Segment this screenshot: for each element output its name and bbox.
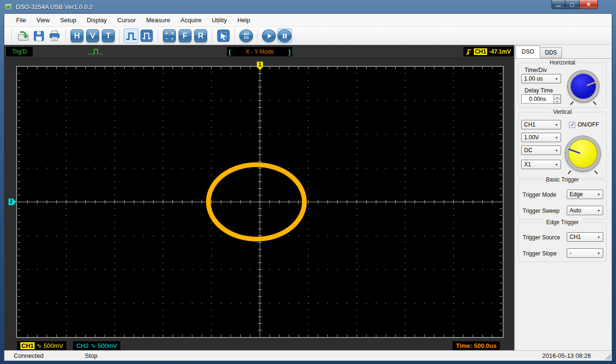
time-per-div-label: Time: 500.0us [453,341,500,350]
step-up-icon: ▲ [554,95,561,99]
title-bar[interactable]: DSO-3254A USB Ver1.0.0.2 — ▢ ✕ [0,0,616,13]
trigger-slope-label: Trigger Slope [523,250,557,257]
ref-button[interactable]: R [193,28,208,43]
scope-area: 1 2 CH1 ∿ 500mV CH2 ∿ 500mV [4,58,514,350]
toolbar-separator [235,29,235,43]
window-title: DSO-3254A USB Ver1.0.0.2 [16,3,93,10]
trigger-mode-select[interactable]: Edge [567,190,603,199]
acquisition-status: Stop [85,352,98,359]
control-panel: DSO DDS Horizontal Time/Div 1.00 us Dela… [514,45,612,350]
folder-open-icon [17,30,29,42]
volt-div-select[interactable]: 1.00V [521,133,561,142]
pause-icon [278,29,291,42]
menu-acquire[interactable]: Acquire [175,15,207,26]
probe-select[interactable]: X1 [521,160,561,169]
toolbar-separator [257,29,258,43]
ch1-scale-label[interactable]: CH1 ∿ 500mV [17,341,66,350]
minimize-button[interactable]: — [552,0,565,9]
pulse-measure-icon [140,29,153,42]
trigger-settings-button[interactable]: T [101,28,116,43]
trigger-level-indicator: CH1 -47.1mV [463,47,513,56]
pulse-waveform-button[interactable] [124,28,138,43]
r-letter-icon: R [194,29,207,42]
pulse-measure-button[interactable] [139,28,154,43]
tab-dso[interactable]: DSO [516,46,540,58]
scope-column: Trig'D [ X - Y Mode ] [4,45,514,350]
app-window: DSO-3254A USB Ver1.0.0.2 — ▢ ✕ File View… [0,0,616,364]
trigger-source-label: Trigger Source [523,234,560,241]
horizontal-knob[interactable] [568,71,599,102]
datetime-label: 2016-05-13 08:26 [542,352,591,359]
menu-view[interactable]: View [31,15,55,26]
onoff-label: ON/OFF [578,121,599,128]
toolbar-separator [11,29,12,43]
close-icon: ✕ [586,1,590,8]
autoset-button[interactable]: AUTO [239,28,254,43]
trigger-source-select[interactable]: CH1 [567,232,603,242]
fft-button[interactable]: F [178,28,192,43]
horizontal-group-title: Horizontal [547,59,578,66]
trigger-sweep-label: Trigger Sweep [523,208,560,214]
resize-grip[interactable] [605,354,611,360]
channel-onoff-checkbox[interactable]: ON/OFF [569,121,599,128]
maximize-button[interactable]: ▢ [565,0,579,9]
v-letter-icon: V [86,29,99,42]
math-button[interactable]: + −× ÷ [162,28,177,43]
app-icon [5,3,12,10]
stepper-arrows[interactable]: ▲▼ [553,95,561,103]
trigger-sweep-select[interactable]: Auto [567,206,603,215]
knob-pointer [587,81,598,86]
menu-file[interactable]: File [11,15,31,26]
open-button[interactable] [16,28,30,43]
horizontal-settings-button[interactable]: H [70,28,84,43]
trigger-status-indicator: Trig'D [6,47,33,56]
timediv-select[interactable]: 1.00 us [521,74,561,83]
vertical-group-title: Vertical [551,109,574,115]
channel-select[interactable]: CH1 [521,120,561,129]
menu-bar: File View Setup Display Cursor Measure A… [4,14,612,27]
math-operators-icon: + −× ÷ [163,29,176,42]
checkbox-check-icon [569,122,575,128]
vertical-settings-button[interactable]: V [85,28,100,43]
panel-content: Horizontal Time/Div 1.00 us Delay Time 0… [515,58,612,350]
scope-grid [17,67,503,337]
save-button[interactable] [31,28,46,43]
print-button[interactable] [47,28,62,43]
play-icon [262,29,276,42]
close-button[interactable]: ✕ [579,0,598,9]
menu-measure[interactable]: Measure [141,15,176,26]
pause-button[interactable] [277,28,292,43]
minimize-icon: — [556,3,561,9]
delay-time-stepper[interactable]: 0.00ns ▲▼ [521,94,561,104]
ch2-scale-value: 500mV [98,342,117,349]
cursor-arrow-icon [217,29,230,42]
maximize-icon: ▢ [570,2,574,7]
menu-utility[interactable]: Utility [207,15,232,26]
run-button[interactable] [262,28,276,43]
edge-trigger-group: Edge Trigger Trigger Source CH1 Trigger … [518,222,607,262]
left-bracket: [ [229,48,231,55]
edge-trigger-title: Edge Trigger [544,219,581,226]
toolbar-separator [119,29,120,43]
menu-cursor[interactable]: Cursor [112,15,141,26]
cursor-measure-button[interactable] [216,28,231,43]
ch2-coupling-symbol: ∿ [91,342,96,349]
menu-setup[interactable]: Setup [55,15,82,26]
xy-mode-label: X - Y Mode [245,48,274,55]
menu-help[interactable]: Help [232,15,255,26]
basic-trigger-group: Basic Trigger Trigger Mode Edge Trigger … [518,180,607,219]
tab-dds[interactable]: DDS [540,47,562,58]
status-bar: Connected Stop 2016-05-13 08:26 [4,350,612,361]
ch2-scale-label[interactable]: CH2 ∿ 500mV [73,341,120,350]
toolbar-separator [212,29,212,43]
ch2-badge: CH2 [76,342,89,349]
trigger-edge-icon [466,48,472,55]
coupling-select[interactable]: DC [521,146,561,155]
ch2-position-marker[interactable]: 2 [9,199,16,205]
horizontal-group: Horizontal Time/Div 1.00 us Delay Time 0… [518,63,607,108]
trigger-slope-select[interactable]: - [567,248,603,258]
autoset-icon: AUTO [239,29,253,42]
vertical-knob[interactable] [565,136,600,171]
ch1-coupling-symbol: ∿ [36,342,42,349]
menu-display[interactable]: Display [82,15,112,26]
